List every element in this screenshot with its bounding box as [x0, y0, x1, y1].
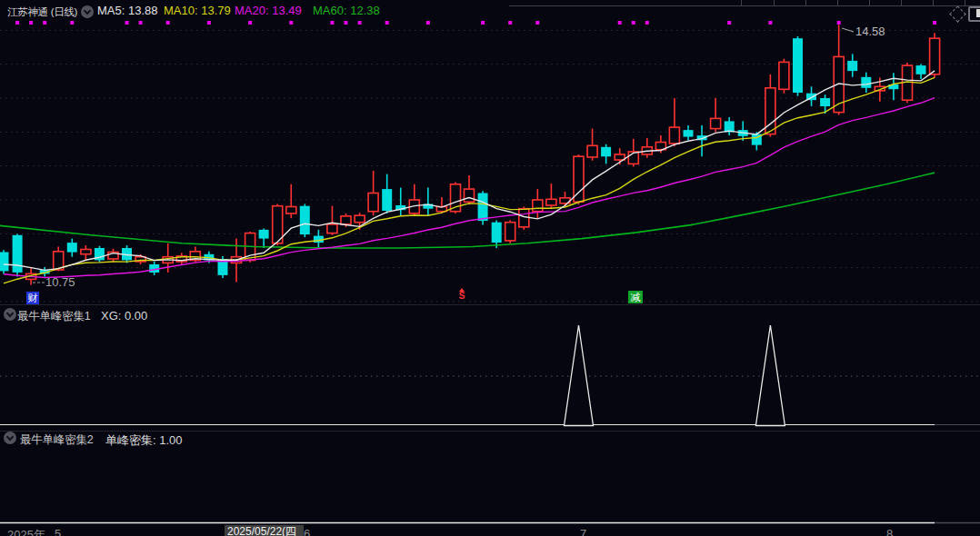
axis-month-label: 7	[580, 527, 586, 536]
ma20-value: MA20: 13.49	[235, 4, 302, 17]
top-ruler-line	[509, 5, 980, 6]
panel1-collapse-icon[interactable]	[4, 308, 16, 321]
announcement-marker-cai[interactable]: 财	[26, 292, 39, 304]
chevron-down-icon[interactable]	[81, 5, 94, 18]
axis-year-label: 2025年	[7, 527, 45, 536]
panel2-collapse-icon[interactable]	[4, 432, 16, 444]
ruler-tick	[901, 0, 902, 5]
candlestick-chart[interactable]	[0, 0, 980, 536]
axis-month-label: 6	[304, 527, 310, 536]
announcement-marker-jian[interactable]: 减	[628, 291, 643, 303]
axis-month-label: 8	[886, 527, 893, 536]
ruler-tick	[741, 0, 742, 5]
low-price-label: 10.75	[45, 275, 75, 289]
dividend-marker-s[interactable]: S	[456, 288, 467, 301]
ruler-tick	[869, 0, 870, 5]
ruler-tick	[933, 0, 934, 5]
ruler-tick	[965, 0, 965, 5]
panel1-title: 最牛单峰密集1	[17, 309, 91, 324]
panel2-title: 最牛单峰密集2	[20, 432, 94, 448]
ruler-tick	[837, 0, 838, 5]
stock-chart-app: { "header": { "title": "江苏神通 (日线)", "ma_…	[0, 0, 980, 536]
axis-month-label: 5	[55, 527, 61, 536]
selected-date-box[interactable]: 2025/05/22(四	[225, 525, 304, 536]
panel-layout-icon[interactable]	[968, 6, 980, 22]
stock-title: 江苏神通 (日线)	[7, 5, 77, 19]
ma5-value: MA5: 13.88	[97, 4, 158, 17]
high-price-label: 14.58	[855, 25, 885, 38]
ma60-value: MA60: 12.38	[313, 4, 380, 17]
ma10-value: MA10: 13.79	[164, 4, 231, 17]
panel1-value: XG: 0.00	[101, 309, 147, 323]
ruler-tick	[774, 0, 775, 5]
ruler-tick	[805, 0, 806, 5]
panel2-value: 单峰密集: 1.00	[105, 432, 183, 449]
